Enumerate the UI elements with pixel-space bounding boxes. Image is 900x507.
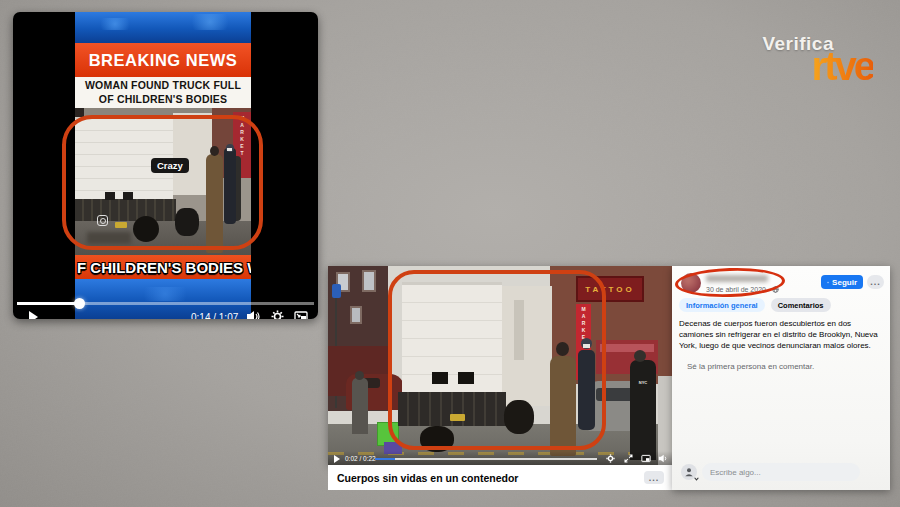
breaking-news-text: BREAKING NEWS	[89, 51, 238, 70]
tab-informacion-general[interactable]: Información general	[679, 298, 765, 312]
settings-icon[interactable]	[606, 454, 615, 463]
post-more-button[interactable]: ...	[867, 275, 884, 289]
storefront-detail	[600, 344, 654, 352]
play-icon[interactable]	[29, 311, 38, 319]
commenter-avatar[interactable]	[681, 464, 697, 480]
settings-icon[interactable]	[271, 310, 284, 319]
truck-annotation-box	[388, 270, 606, 450]
worker-head	[634, 350, 646, 362]
headline-banner: WOMAN FOUND TRUCK FULL OF CHILDREN'S BOD…	[75, 77, 251, 108]
fb-caption-text: Cuerpos sin vidas en un contenedor	[328, 472, 644, 484]
building-window	[362, 270, 376, 292]
facebook-video[interactable]: TATTOO MARKET NYC 0	[328, 266, 672, 465]
person-icon	[684, 467, 694, 477]
post-body-text: Decenas de cuerpos fueron descubiertos e…	[679, 319, 883, 351]
fb-progress-bar[interactable]	[375, 458, 597, 460]
street-sign-blue	[332, 284, 341, 298]
fb-post-panel: 30 de abril de 2020 · Seguir ... Informa…	[672, 266, 890, 490]
rtve-logo: rtve	[812, 44, 873, 89]
left-video-player[interactable]: BREAKING NEWS WOMAN FOUND TRUCK FULL OF …	[13, 12, 318, 319]
play-icon[interactable]	[334, 455, 340, 463]
nyc-jacket-text: NYC	[639, 380, 647, 385]
left-player-progress-bar[interactable]	[17, 302, 314, 305]
left-player-progress-fill	[17, 302, 79, 305]
fullscreen-icon[interactable]	[314, 310, 318, 319]
map-blob	[95, 18, 135, 30]
building-window	[350, 306, 362, 324]
post-tabs: Información general Comentarios	[679, 298, 831, 312]
nyc-worker: NYC	[630, 360, 656, 460]
headline-line2: OF CHILDREN'S BODIES	[99, 93, 227, 106]
pedestrian-gray	[352, 378, 368, 434]
map-blob	[135, 287, 195, 301]
fb-caption-bar: Cuerpos sin vidas en un contenedor ...	[328, 465, 672, 490]
truck-annotation-box	[62, 115, 263, 250]
fact-check-composite: Verifica rtve BREAKING NEWS WOMAN FOUND …	[0, 0, 900, 507]
follow-button[interactable]: Seguir	[821, 275, 863, 289]
map-blob	[185, 14, 235, 30]
volume-icon[interactable]	[246, 310, 260, 319]
fullscreen-icon[interactable]	[624, 454, 633, 463]
profile-annotation-ellipse	[675, 266, 786, 299]
chevron-down-icon	[694, 477, 699, 481]
follow-button-label: Seguir	[832, 278, 857, 287]
fb-progress-fill	[375, 458, 395, 460]
left-player-timestamp: 0:14 / 1:07	[191, 312, 238, 319]
comment-row	[681, 463, 860, 481]
caption-more-button[interactable]: ...	[644, 471, 664, 484]
pip-icon[interactable]	[641, 454, 651, 463]
bottom-ticker-text: F CHILDREN'S BODIES W	[77, 259, 251, 276]
bottom-ticker: F CHILDREN'S BODIES W	[75, 255, 251, 279]
pedestrian-head	[355, 371, 364, 380]
comment-input[interactable]	[702, 463, 860, 481]
news-map-top	[75, 12, 251, 43]
breaking-news-banner: BREAKING NEWS	[75, 43, 251, 77]
plus-icon	[827, 279, 829, 286]
volume-icon[interactable]	[658, 454, 668, 463]
headline-line1: WOMAN FOUND TRUCK FULL	[85, 79, 241, 92]
pip-icon[interactable]	[294, 310, 308, 319]
fb-video-timestamp: 0:02 / 0:22	[345, 455, 376, 462]
first-comment-hint: Sé la primera persona en comentar.	[687, 362, 814, 371]
tab-comentarios[interactable]: Comentarios	[771, 298, 831, 312]
